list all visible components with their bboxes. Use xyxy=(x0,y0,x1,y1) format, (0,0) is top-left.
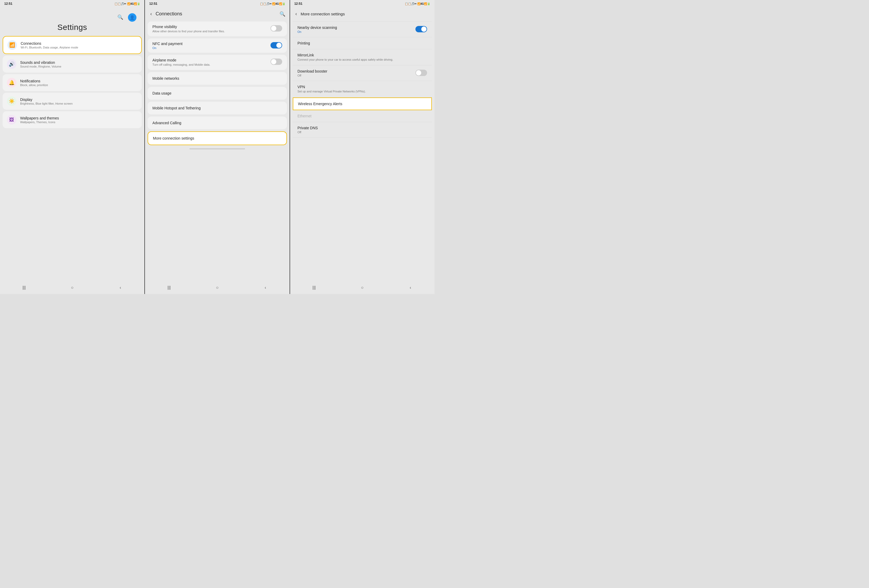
conn-mobile-networks[interactable]: Mobile networks xyxy=(148,72,287,85)
conn-more-settings[interactable]: More connection settings xyxy=(148,131,287,145)
download-booster-status: Off xyxy=(298,74,415,77)
panel-connections: 12:51 📋📋🎵✂ 📶4G📶🔋 ‹ Connections 🔍 Phone v… xyxy=(144,0,289,294)
printing-title: Printing xyxy=(298,41,427,45)
more-settings-title: More connection settings xyxy=(301,12,430,16)
more-item-printing[interactable]: Printing xyxy=(293,37,432,49)
search-button-2[interactable]: 🔍 xyxy=(280,11,285,17)
settings-item-notifications[interactable]: 🔔 Notifications Block, allow, prioritize xyxy=(3,74,142,91)
nearby-text: Nearby device scanning On xyxy=(298,25,415,33)
airplane-title: Airplane mode xyxy=(152,58,270,62)
wallpapers-subtitle: Wallpapers, Themes, Icons xyxy=(20,120,138,124)
nav-menu-2[interactable]: ||| xyxy=(165,284,173,291)
nfc-status: On xyxy=(152,46,270,50)
more-item-ethernet[interactable]: Ethernet xyxy=(293,110,432,122)
more-item-nearby[interactable]: Nearby device scanning On xyxy=(293,21,432,37)
back-button-3[interactable]: ‹ xyxy=(294,10,298,18)
settings-title: Settings xyxy=(3,23,142,32)
settings-toolbar: 🔍 👤 xyxy=(3,12,142,23)
mirrorlink-subtitle: Connect your phone to your car to access… xyxy=(298,58,427,61)
vpn-subtitle: Set up and manage Virtual Private Networ… xyxy=(298,89,427,93)
conn-phone-visibility[interactable]: Phone visibility Allow other devices to … xyxy=(148,21,287,36)
nfc-text: NFC and payment On xyxy=(152,41,270,50)
search-icon[interactable]: 🔍 xyxy=(116,13,124,21)
more-settings-list: Nearby device scanning On Printing Mirro… xyxy=(290,21,434,281)
settings-header: 🔍 👤 Settings xyxy=(0,7,144,34)
conn-airplane[interactable]: Airplane mode Turn off calling, messagin… xyxy=(148,55,287,70)
settings-item-connections[interactable]: 📶 Connections Wi-Fi, Bluetooth, Data usa… xyxy=(3,36,142,54)
private-dns-status: Off xyxy=(298,130,427,134)
airplane-subtitle: Turn off calling, messaging, and Mobile … xyxy=(152,63,270,67)
more-item-wea[interactable]: Wireless Emergency Alerts xyxy=(293,98,432,110)
settings-list: 📶 Connections Wi-Fi, Bluetooth, Data usa… xyxy=(0,34,144,281)
toggle-knob xyxy=(271,59,276,64)
download-booster-toggle[interactable] xyxy=(415,70,427,76)
sounds-text: Sounds and vibration Sound mode, Rington… xyxy=(20,61,138,68)
airplane-toggle[interactable] xyxy=(270,59,282,65)
download-booster-title: Download booster xyxy=(298,69,415,73)
private-dns-title: Private DNS xyxy=(298,126,427,130)
ethernet-title: Ethernet xyxy=(298,114,427,118)
more-item-vpn[interactable]: VPN Set up and manage Virtual Private Ne… xyxy=(293,81,432,97)
mirrorlink-title: MirrorLink xyxy=(298,53,427,57)
phone-visibility-title: Phone visibility xyxy=(152,25,270,29)
status-icons-1: 📋📋🎵✂ 📶4G📶🔋 xyxy=(114,2,140,5)
nav-home-2[interactable]: ○ xyxy=(214,284,221,291)
notifications-text: Notifications Block, allow, prioritize xyxy=(20,79,138,87)
conn-hotspot[interactable]: Mobile Hotspot and Tethering xyxy=(148,102,287,114)
more-item-download-booster[interactable]: Download booster Off xyxy=(293,65,432,81)
connections-list: Phone visibility Allow other devices to … xyxy=(145,21,289,281)
status-bar-3: 12:51 📋📋🎵✂ 📶4G📶🔋 xyxy=(290,0,434,7)
scroll-indicator-2 xyxy=(190,148,245,150)
conn-advanced-calling[interactable]: Advanced Calling xyxy=(148,117,287,129)
more-item-private-dns[interactable]: Private DNS Off xyxy=(293,122,432,138)
nav-back-3[interactable]: ‹ xyxy=(407,284,414,291)
nav-home-3[interactable]: ○ xyxy=(359,284,366,291)
time-3: 12:51 xyxy=(294,2,303,6)
nav-bar-3: ||| ○ ‹ xyxy=(290,281,434,294)
more-settings-header: ‹ More connection settings xyxy=(290,7,434,21)
avatar[interactable]: 👤 xyxy=(128,13,136,22)
conn-nfc[interactable]: NFC and payment On xyxy=(148,39,287,53)
notifications-subtitle: Block, allow, prioritize xyxy=(20,83,138,87)
vpn-title: VPN xyxy=(298,85,427,89)
nav-back-2[interactable]: ‹ xyxy=(262,284,269,291)
nav-home-1[interactable]: ○ xyxy=(69,284,76,291)
connections-panel-title: Connections xyxy=(156,11,277,17)
settings-item-wallpapers[interactable]: 🖼 Wallpapers and themes Wallpapers, Them… xyxy=(3,111,142,128)
nav-menu-1[interactable]: ||| xyxy=(21,284,28,291)
nfc-title: NFC and payment xyxy=(152,41,270,46)
nav-menu-3[interactable]: ||| xyxy=(310,284,318,291)
wea-title: Wireless Emergency Alerts xyxy=(298,102,427,106)
toggle-knob xyxy=(271,26,276,31)
panel-settings: 12:51 📋📋🎵✂ 📶4G📶🔋 🔍 👤 Settings 📶 Connecti… xyxy=(0,0,144,294)
nfc-toggle[interactable] xyxy=(270,42,282,49)
notifications-title: Notifications xyxy=(20,79,138,83)
nav-bar-1: ||| ○ ‹ xyxy=(0,281,144,294)
nearby-toggle[interactable] xyxy=(415,26,427,32)
connections-icon: 📶 xyxy=(7,40,17,50)
nav-back-1[interactable]: ‹ xyxy=(117,284,124,291)
connections-header: ‹ Connections 🔍 xyxy=(145,7,289,21)
display-icon: ☀️ xyxy=(7,96,16,106)
phone-visibility-subtitle: Allow other devices to find your phone a… xyxy=(152,30,270,33)
settings-item-display[interactable]: ☀️ Display Brightness, Blue light filter… xyxy=(3,93,142,110)
connections-text: Connections Wi-Fi, Bluetooth, Data usage… xyxy=(21,41,137,49)
toggle-knob xyxy=(276,43,282,48)
nearby-status: On xyxy=(298,30,415,33)
more-item-mirrorlink[interactable]: MirrorLink Connect your phone to your ca… xyxy=(293,49,432,65)
hotspot-label: Mobile Hotspot and Tethering xyxy=(152,106,200,110)
time-2: 12:51 xyxy=(149,2,157,6)
settings-item-sounds[interactable]: 🔊 Sounds and vibration Sound mode, Ringt… xyxy=(3,56,142,73)
settings-content: 🔍 👤 Settings 📶 Connections Wi-Fi, Blueto… xyxy=(0,7,144,281)
status-icons-3: 📋📋🎵✂ 📶4G📶🔋 xyxy=(405,2,430,5)
nearby-title: Nearby device scanning xyxy=(298,25,415,30)
back-button-2[interactable]: ‹ xyxy=(149,10,153,18)
mobile-networks-label: Mobile networks xyxy=(152,76,179,80)
advanced-calling-label: Advanced Calling xyxy=(152,121,181,125)
more-settings-label: More connection settings xyxy=(153,136,194,141)
phone-visibility-text: Phone visibility Allow other devices to … xyxy=(152,25,270,33)
conn-data-usage[interactable]: Data usage xyxy=(148,87,287,99)
phone-visibility-toggle[interactable] xyxy=(270,25,282,31)
status-bar-2: 12:51 📋📋🎵✂ 📶4G📶🔋 xyxy=(145,0,289,7)
connections-subtitle: Wi-Fi, Bluetooth, Data usage, Airplane m… xyxy=(21,46,137,49)
